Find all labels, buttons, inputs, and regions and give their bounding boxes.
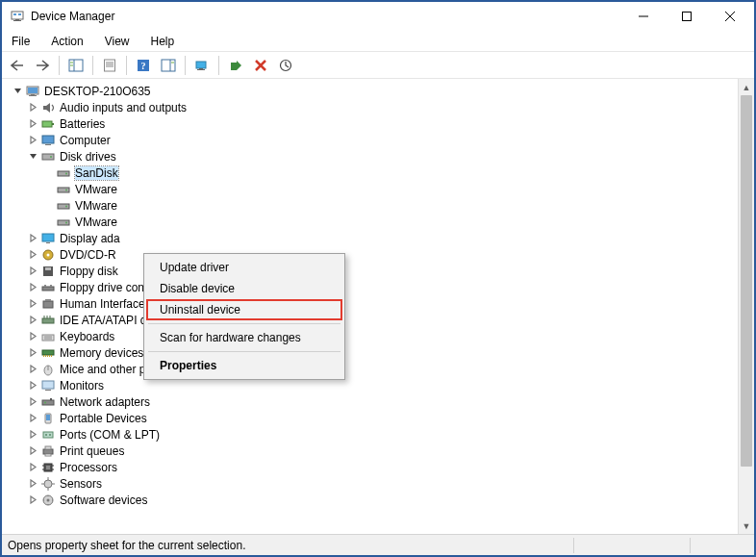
- chevron-right-icon[interactable]: [27, 249, 38, 261]
- tree-child-disk-3[interactable]: VMware: [6, 214, 738, 230]
- tree-item-ports-com-lpt[interactable]: Ports (COM & LPT): [6, 426, 738, 443]
- tree-root[interactable]: DESKTOP-210O635: [6, 83, 738, 99]
- context-properties[interactable]: Properties: [146, 355, 342, 376]
- back-button[interactable]: [6, 55, 29, 76]
- context-separator: [148, 351, 340, 352]
- chevron-right-icon[interactable]: [27, 494, 38, 506]
- tree-item-label: Ports (COM & LPT): [60, 428, 160, 442]
- svg-rect-30: [28, 88, 38, 93]
- tree-item-label: Software devices: [60, 494, 147, 507]
- chevron-right-icon[interactable]: [27, 102, 38, 114]
- chevron-right-icon[interactable]: [27, 315, 38, 326]
- tree-item-monitors[interactable]: Monitors: [6, 377, 738, 393]
- tree-item-mice-and-other-pointing-devices[interactable]: Mice and other pointing devices: [6, 361, 738, 377]
- minimize-button[interactable]: [621, 3, 665, 30]
- svg-rect-31: [31, 94, 35, 95]
- menu-view[interactable]: View: [101, 33, 134, 50]
- svg-rect-67: [45, 355, 46, 357]
- chevron-right-icon[interactable]: [27, 331, 38, 342]
- tree-item-batteries[interactable]: Batteries: [6, 115, 738, 132]
- svg-rect-47: [42, 234, 54, 241]
- svg-rect-19: [162, 60, 175, 71]
- svg-rect-23: [199, 68, 203, 69]
- vertical-scrollbar[interactable]: ▲ ▼: [738, 79, 754, 534]
- scroll-track[interactable]: [739, 95, 754, 518]
- scan-hardware-button[interactable]: [274, 55, 297, 76]
- tree-item-floppy-drive-controllers[interactable]: Floppy drive controllers: [6, 279, 738, 295]
- chevron-right-icon[interactable]: [27, 233, 38, 244]
- chevron-right-icon[interactable]: [27, 364, 38, 375]
- tree-item-computer[interactable]: Computer: [6, 132, 738, 148]
- context-disable-device[interactable]: Disable device: [146, 278, 342, 299]
- chevron-right-icon[interactable]: [27, 282, 38, 293]
- chevron-right-icon[interactable]: [27, 429, 38, 441]
- portable-icon: [40, 411, 56, 426]
- tree-item-dvd-cd-rom-drives[interactable]: DVD/CD-R: [6, 246, 738, 263]
- device-tree[interactable]: DESKTOP-210O635 Audio inputs and outputs…: [2, 79, 738, 534]
- tree-item-label: Computer: [60, 134, 111, 147]
- action-pane-button[interactable]: [157, 55, 180, 76]
- statusbar: Opens property sheet for the current sel…: [2, 534, 754, 555]
- uninstall-device-button[interactable]: [249, 55, 272, 76]
- menu-file[interactable]: File: [8, 33, 34, 50]
- chevron-right-icon[interactable]: [27, 135, 38, 146]
- chevron-right-icon[interactable]: [27, 396, 38, 408]
- svg-rect-0: [12, 12, 23, 19]
- tree-child-disk-0[interactable]: SanDisk: [6, 165, 738, 181]
- menu-help[interactable]: Help: [147, 33, 179, 50]
- tree-child-disk-2[interactable]: VMware: [6, 197, 738, 214]
- tree-item-processors[interactable]: Processors: [6, 459, 738, 475]
- scroll-up-button[interactable]: ▲: [739, 79, 754, 95]
- chevron-right-icon[interactable]: [27, 413, 38, 424]
- tree-item-disk-drives[interactable]: Disk drives: [6, 148, 738, 165]
- chevron-down-icon[interactable]: [12, 86, 23, 97]
- tree-item-label: Floppy disk: [60, 265, 118, 278]
- tree-item-label: Disk drives: [60, 150, 116, 164]
- context-update-driver[interactable]: Update driver: [146, 257, 342, 278]
- chevron-right-icon[interactable]: [27, 347, 38, 359]
- help-button[interactable]: ?: [132, 55, 155, 76]
- update-driver-button[interactable]: [190, 55, 214, 76]
- tree-item-keyboards[interactable]: Keyboards: [6, 328, 738, 344]
- tree-item-portable-devices[interactable]: Portable Devices: [6, 410, 738, 426]
- chevron-down-icon[interactable]: [27, 151, 38, 163]
- tree-item-network-adapters[interactable]: Network adapters: [6, 393, 738, 410]
- chevron-right-icon[interactable]: [27, 462, 38, 473]
- tree-item-print-queues[interactable]: Print queues: [6, 443, 738, 459]
- menu-action[interactable]: Action: [47, 33, 87, 50]
- chevron-right-icon[interactable]: [27, 118, 38, 130]
- svg-text:?: ?: [141, 61, 146, 71]
- maximize-button[interactable]: [665, 3, 708, 30]
- chevron-right-icon[interactable]: [27, 445, 38, 457]
- svg-rect-74: [45, 390, 51, 391]
- chevron-right-icon[interactable]: [27, 298, 38, 310]
- tree-item-sensors[interactable]: Sensors: [6, 475, 738, 492]
- tree-item-display-adapters[interactable]: Display ada: [6, 230, 738, 246]
- device-manager-window: Device Manager File Action View Help: [0, 0, 756, 557]
- sensor-icon: [40, 476, 56, 492]
- tree-item-memory-devices[interactable]: Memory devices: [6, 344, 738, 361]
- chevron-right-icon[interactable]: [27, 266, 38, 277]
- tree-child-disk-1[interactable]: VMware: [6, 181, 738, 197]
- tree-item-software-devices[interactable]: Software devices: [6, 492, 738, 508]
- forward-button[interactable]: [31, 55, 54, 76]
- tree-item-floppy-disk-drives[interactable]: Floppy disk: [6, 263, 738, 279]
- svg-point-50: [47, 253, 50, 256]
- tree-item-label: DVD/CD-R: [60, 248, 116, 262]
- tree-item-human-interface-devices[interactable]: Human Interface Devices: [6, 295, 738, 312]
- close-button[interactable]: [708, 3, 752, 30]
- context-uninstall-device[interactable]: Uninstall device: [146, 299, 342, 320]
- chevron-right-icon[interactable]: [27, 478, 38, 490]
- context-scan-hardware[interactable]: Scan for hardware changes: [146, 327, 342, 348]
- svg-rect-1: [13, 13, 16, 15]
- tree-item-audio-inputs-and-outputs[interactable]: Audio inputs and outputs: [6, 99, 738, 115]
- enable-device-button[interactable]: [224, 55, 247, 76]
- svg-rect-52: [45, 267, 51, 270]
- scroll-down-button[interactable]: ▼: [739, 518, 754, 534]
- properties-button[interactable]: [98, 55, 121, 76]
- show-hide-tree-button[interactable]: [64, 55, 88, 76]
- chevron-right-icon[interactable]: [27, 380, 38, 392]
- tree-item-ide-ata-atapi-controllers[interactable]: IDE ATA/ATAPI controllers: [6, 312, 738, 328]
- svg-rect-39: [58, 171, 69, 176]
- scroll-thumb[interactable]: [741, 95, 752, 467]
